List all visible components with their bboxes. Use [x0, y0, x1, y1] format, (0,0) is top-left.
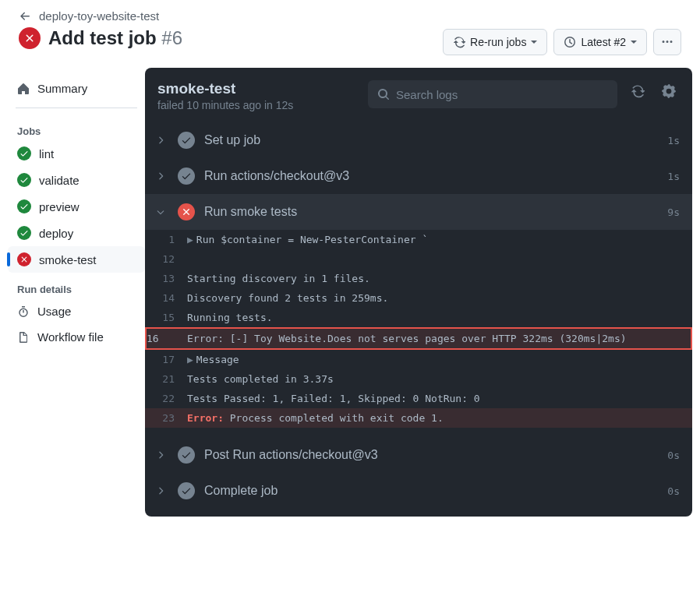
- log-settings-button[interactable]: [658, 80, 680, 102]
- step-title: Complete job: [204, 484, 658, 498]
- run-number: #6: [161, 27, 182, 48]
- chevron-right-icon: [153, 450, 168, 460]
- step-row[interactable]: Run actions/checkout@v3 1s: [145, 158, 692, 194]
- breadcrumb-label: deploy-toy-website-test: [39, 9, 159, 23]
- chevron-right-icon: [153, 135, 168, 146]
- log-output: 1▶Run $container = New-PesterContainer `…: [145, 230, 692, 428]
- gear-icon: [662, 84, 676, 98]
- sidebar-job-lint[interactable]: lint: [8, 140, 145, 167]
- search-logs-input[interactable]: Search logs: [368, 80, 617, 108]
- chevron-right-icon: [153, 171, 168, 182]
- step-title: Post Run actions/checkout@v3: [204, 448, 658, 462]
- sidebar-summary[interactable]: Summary: [8, 76, 145, 101]
- run-status-fail-icon: [19, 27, 41, 49]
- x-icon: [17, 252, 31, 266]
- file-icon: [17, 331, 30, 344]
- clock-icon: [564, 36, 576, 48]
- check-icon: [17, 199, 31, 213]
- caret-down-icon: [631, 41, 637, 44]
- check-icon: [178, 482, 195, 499]
- sidebar-job-smoke-test[interactable]: smoke-test: [8, 246, 145, 273]
- check-icon: [178, 168, 195, 185]
- sidebar-job-preview[interactable]: preview: [8, 193, 145, 220]
- check-icon: [17, 146, 31, 160]
- job-status-line: failed 10 minutes ago in 12s: [157, 99, 359, 111]
- step-title: Run actions/checkout@v3: [204, 169, 658, 183]
- check-icon: [17, 226, 31, 240]
- step-title: Set up job: [204, 133, 658, 147]
- sidebar-job-deploy[interactable]: deploy: [8, 220, 145, 246]
- step-duration: 1s: [667, 171, 680, 182]
- step-duration: 1s: [667, 135, 680, 146]
- jobs-heading: Jobs: [8, 115, 145, 140]
- x-icon: [178, 203, 195, 220]
- search-icon: [377, 88, 390, 101]
- stopwatch-icon: [17, 305, 30, 318]
- chevron-down-icon: [153, 206, 168, 217]
- step-row[interactable]: Post Run actions/checkout@v3 0s: [145, 437, 692, 473]
- job-name: smoke-test: [157, 80, 359, 97]
- breadcrumb-back[interactable]: deploy-toy-website-test: [19, 9, 681, 23]
- step-title: Run smoke tests: [204, 205, 658, 219]
- step-row[interactable]: Set up job 1s: [145, 122, 692, 158]
- rerun-jobs-button[interactable]: Re-run jobs: [443, 29, 547, 55]
- kebab-icon: [661, 36, 673, 48]
- check-icon: [178, 446, 195, 464]
- sidebar-job-validate[interactable]: validate: [8, 167, 145, 193]
- divider: [16, 108, 137, 108]
- check-icon: [17, 173, 31, 187]
- home-icon: [17, 83, 30, 95]
- log-panel: smoke-test failed 10 minutes ago in 12s …: [145, 68, 692, 517]
- more-options-button[interactable]: [653, 29, 681, 55]
- run-title: Add test job #6: [48, 27, 182, 49]
- arrow-left-icon: [19, 10, 31, 23]
- refresh-logs-button[interactable]: [627, 80, 649, 102]
- sidebar-workflow-file[interactable]: Workflow file: [8, 324, 145, 350]
- highlighted-error-line: 16 Error: [-] Toy Website.Does not serve…: [145, 327, 692, 350]
- step-row[interactable]: Run smoke tests 9s: [145, 194, 692, 230]
- chevron-right-icon: [153, 485, 168, 496]
- sync-icon: [453, 36, 465, 48]
- run-details-heading: Run details: [8, 273, 145, 298]
- sidebar-usage[interactable]: Usage: [8, 298, 145, 324]
- attempt-picker-button[interactable]: Latest #2: [553, 29, 647, 55]
- sync-icon: [631, 84, 645, 98]
- step-duration: 0s: [667, 450, 680, 461]
- step-duration: 9s: [667, 206, 680, 218]
- step-row[interactable]: Complete job 0s: [145, 473, 692, 509]
- step-duration: 0s: [667, 485, 680, 497]
- check-icon: [178, 132, 195, 149]
- caret-down-icon: [531, 41, 537, 44]
